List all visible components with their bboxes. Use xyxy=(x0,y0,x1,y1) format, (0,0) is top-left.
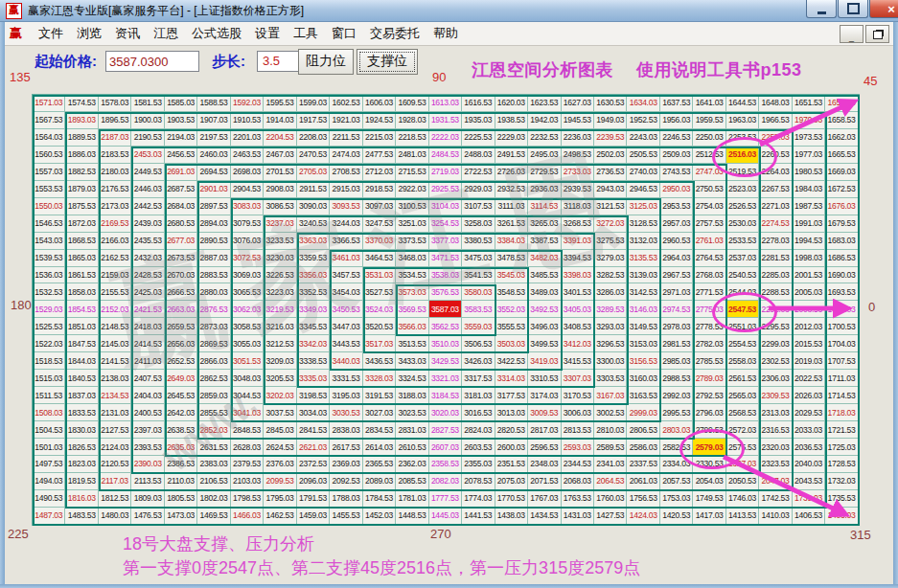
grid-cell: 2446.03 xyxy=(131,181,164,198)
grid-cell: 1445.03 xyxy=(429,508,462,525)
grid-cell: 2337.53 xyxy=(627,456,659,473)
menu-item-9[interactable]: 帮助 xyxy=(426,23,465,43)
grid-cell: 2960.53 xyxy=(660,233,693,250)
grid-cell: 2229.03 xyxy=(495,129,528,147)
grid-cell: 3223.03 xyxy=(264,283,296,301)
grid-cell: 3062.03 xyxy=(231,301,264,318)
grid-cell: 2330.53 xyxy=(693,456,725,473)
grid-cell: 2712.03 xyxy=(363,164,396,181)
menu-item-5[interactable]: 设置 xyxy=(248,23,287,43)
mdi-minimize-button[interactable]: _ xyxy=(840,25,863,43)
grid-cell: 3426.03 xyxy=(462,352,495,370)
grid-cell: 3303.53 xyxy=(594,370,627,387)
grid-cell: 1991.03 xyxy=(793,215,825,233)
grid-cell: 2617.53 xyxy=(330,439,362,456)
grid-cell: 2012.03 xyxy=(793,318,825,335)
grid-cell: 3006.03 xyxy=(562,404,594,421)
grid-cell: 2449.53 xyxy=(131,164,164,181)
grid-cell: 1651.53 xyxy=(793,95,825,112)
grid-cell: 2824.03 xyxy=(462,421,495,439)
grid-cell: 1704.03 xyxy=(825,335,858,352)
grid-cell: 2442.53 xyxy=(131,198,164,215)
grid-cell: 3461.03 xyxy=(330,250,362,267)
grid-cell: 3513.53 xyxy=(396,335,428,352)
start-price-input[interactable] xyxy=(105,51,199,72)
grid-cell: 2659.53 xyxy=(165,318,197,335)
menu-item-1[interactable]: 浏览 xyxy=(70,23,108,43)
grid-cell: 2733.03 xyxy=(562,164,594,181)
grid-cell: 3261.53 xyxy=(495,215,528,233)
grid-cell: 3380.53 xyxy=(462,233,495,250)
mdi-restore-button[interactable] xyxy=(865,25,889,43)
menu-item-6[interactable]: 工具 xyxy=(287,23,325,43)
grid-cell: 1770.53 xyxy=(495,490,528,508)
grid-cell: 2705.03 xyxy=(297,164,330,181)
menu-item-4[interactable]: 公式选股 xyxy=(185,23,248,43)
grid-cell: 2092.53 xyxy=(330,473,362,490)
grid-cell: 2082.03 xyxy=(429,473,462,490)
grid-cell: 2054.03 xyxy=(693,473,725,490)
grid-cell: 3443.53 xyxy=(330,335,362,352)
grid-cell: 1812.53 xyxy=(99,490,131,508)
menu-item-3[interactable]: 江恩 xyxy=(147,23,185,43)
menu-item-0[interactable]: 文件 xyxy=(32,23,70,43)
grid-cell: 3478.53 xyxy=(495,250,528,267)
grid-cell: 2292.03 xyxy=(759,301,792,318)
grid-cell: 3405.03 xyxy=(562,301,594,318)
support-button[interactable]: 支撑位 xyxy=(357,49,418,75)
maximize-button[interactable] xyxy=(838,0,868,18)
grid-cell: 3496.03 xyxy=(528,318,561,335)
grid-cell: 2586.03 xyxy=(627,439,659,456)
grid-cell: 2691.03 xyxy=(165,164,197,181)
grid-cell: 1805.53 xyxy=(165,490,197,508)
grid-cell: 1823.03 xyxy=(65,456,98,473)
grid-cell: 1739.03 xyxy=(793,490,825,508)
menu-item-2[interactable]: 资讯 xyxy=(108,23,147,43)
grid-cell: 2050.53 xyxy=(726,473,759,490)
grid-cell: 2834.53 xyxy=(363,421,396,439)
grid-cell: 2799.53 xyxy=(693,421,725,439)
grid-cell: 2418.03 xyxy=(131,318,164,335)
grid-cell: 2852.03 xyxy=(197,421,230,439)
mdi-restore-icon xyxy=(873,31,883,39)
grid-cell: 1735.53 xyxy=(825,490,858,508)
menu-item-7[interactable]: 窗口 xyxy=(325,23,363,43)
grid-cell: 1784.53 xyxy=(363,490,396,508)
grid-cell: 3065.53 xyxy=(231,283,264,301)
grid-cell: 2491.53 xyxy=(495,147,528,164)
grid-cell: 1501.03 xyxy=(33,439,65,456)
grid-cell: 1984.03 xyxy=(793,181,825,198)
grid-cell: 3569.53 xyxy=(396,301,428,318)
grid-cell: 2183.53 xyxy=(99,147,131,164)
maximize-icon xyxy=(847,3,860,14)
grid-cell: 2593.03 xyxy=(562,439,594,456)
grid-cell: 3433.03 xyxy=(396,352,428,370)
grid-cell: 2236.03 xyxy=(562,129,594,147)
grid-cell: 2523.03 xyxy=(726,181,759,198)
grid-cell: 2386.53 xyxy=(165,456,197,473)
grid-cell: 2876.53 xyxy=(197,301,230,318)
grid-cell: 1819.53 xyxy=(65,473,98,490)
grid-cell: 3202.03 xyxy=(264,387,296,404)
grid-cell: 1483.53 xyxy=(65,508,98,525)
grid-cell: 3422.53 xyxy=(495,352,528,370)
grid-cell: 2201.03 xyxy=(231,129,264,147)
grid-cell: 2855.53 xyxy=(197,404,230,421)
grid-cell: 1690.03 xyxy=(825,267,858,284)
grid-cell: 2621.03 xyxy=(297,439,330,456)
close-button[interactable]: × xyxy=(869,0,898,18)
menu-item-8[interactable]: 交易委托 xyxy=(363,23,426,43)
grid-cell: 1546.53 xyxy=(33,215,65,233)
minimize-button[interactable] xyxy=(806,0,837,18)
grid-cell: 1417.03 xyxy=(693,508,725,525)
grid-cell: 1448.53 xyxy=(396,508,428,525)
grid-cell: 2677.03 xyxy=(165,233,197,250)
grid-cell: 2264.03 xyxy=(759,164,792,181)
grid-cell: 3163.53 xyxy=(627,387,659,404)
grid-cell: 3216.03 xyxy=(264,318,296,335)
grid-cell: 3009.53 xyxy=(528,404,561,421)
resistance-button[interactable]: 阻力位 xyxy=(298,49,354,75)
grid-cell: 3419.03 xyxy=(528,352,561,370)
grid-cell: 1655.03 xyxy=(825,95,858,112)
grid-cell: 2642.03 xyxy=(165,404,197,421)
